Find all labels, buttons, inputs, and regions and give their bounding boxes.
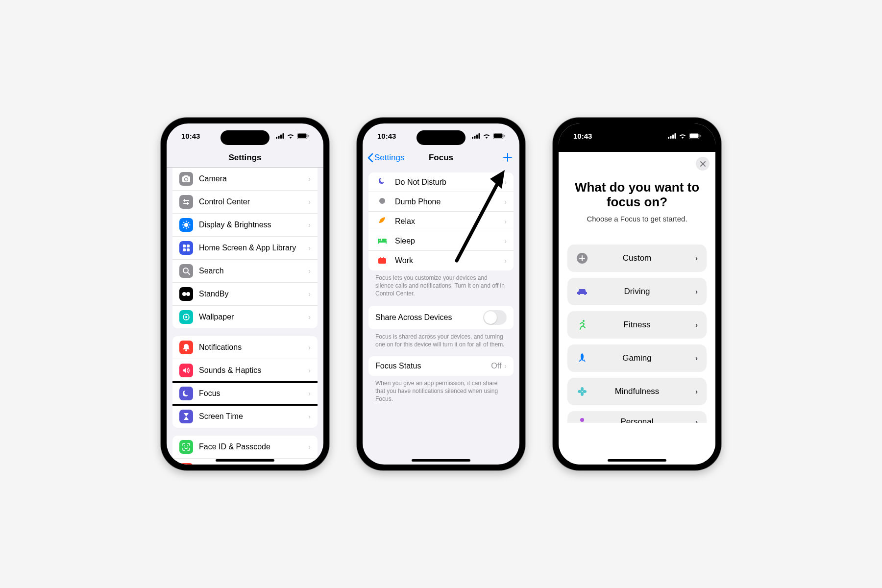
row-label: Focus: [199, 389, 308, 398]
settings-row-focus[interactable]: Focus›: [172, 382, 318, 405]
focus-mode-work[interactable]: Work›: [368, 251, 514, 270]
settings-row-standby[interactable]: StandBy›: [172, 283, 318, 306]
chevron-right-icon: ›: [308, 244, 311, 252]
leaf-icon: [375, 216, 389, 226]
chevron-right-icon: ›: [504, 218, 507, 225]
bed-icon: [375, 236, 389, 246]
dynamic-island: [416, 130, 466, 145]
focus-mode-dumb-phone[interactable]: Dumb Phone›: [368, 192, 514, 212]
chevron-right-icon: ›: [308, 367, 311, 374]
focus-option-custom[interactable]: Custom›: [567, 245, 707, 272]
row-label: Share Across Devices: [375, 313, 483, 322]
row-label: Relax: [395, 217, 504, 226]
settings-row-home-screen-app-library[interactable]: Home Screen & App Library›: [172, 237, 318, 260]
close-button[interactable]: [696, 157, 710, 171]
status-indicators: [668, 133, 701, 139]
row-label: Do Not Disturb: [395, 178, 504, 187]
row-label: Display & Brightness: [199, 220, 308, 229]
camera-icon: [179, 172, 193, 186]
focus-mode-sleep[interactable]: Sleep›: [368, 231, 514, 251]
svg-rect-41: [386, 241, 387, 244]
svg-point-21: [186, 319, 187, 320]
row-label: Sleep: [395, 237, 504, 245]
option-label: Gaming: [576, 353, 698, 363]
focus-mode-do-not-disturb[interactable]: Do Not Disturb›: [368, 172, 514, 192]
svg-rect-36: [494, 134, 503, 138]
settings-row-notifications[interactable]: Notifications›: [172, 336, 318, 359]
chevron-right-icon: ›: [695, 287, 698, 295]
svg-rect-37: [504, 135, 505, 137]
row-value: Off: [491, 362, 501, 370]
focus-content[interactable]: Do Not Disturb›Dumb Phone›Relax›Sleep›Wo…: [363, 168, 519, 465]
page-title: Focus: [429, 153, 453, 163]
svg-rect-3: [283, 133, 284, 139]
chevron-right-icon: ›: [695, 354, 698, 362]
cellular-icon: [472, 133, 480, 139]
svg-point-38: [379, 198, 385, 204]
svg-point-23: [188, 317, 189, 318]
footer-text: Focus lets you customize your devices an…: [363, 270, 519, 298]
settings-row-display-brightness[interactable]: Display & Brightness›: [172, 214, 318, 237]
focus-option-driving[interactable]: Driving›: [567, 278, 707, 305]
cellular-icon: [668, 133, 676, 139]
moon-icon: [375, 177, 389, 187]
phone-new-focus: 10:43 What do you want to focus on? Choo…: [553, 118, 721, 470]
chevron-right-icon: ›: [308, 390, 311, 397]
focus-option-personal[interactable]: Personal›: [567, 411, 707, 423]
nav-bar: Settings: [167, 148, 323, 168]
option-label: Mindfulness: [576, 387, 698, 396]
focus-option-mindfulness[interactable]: Mindfulness›: [567, 378, 707, 405]
settings-row-camera[interactable]: Camera›: [172, 168, 318, 191]
chevron-right-icon: ›: [308, 198, 311, 206]
chevron-right-icon: ›: [504, 362, 507, 370]
back-button[interactable]: Settings: [368, 153, 404, 163]
home-indicator[interactable]: [608, 459, 666, 462]
control-icon: [179, 195, 193, 209]
focus-status-row[interactable]: Focus Status Off ›: [368, 356, 514, 376]
status-time: 10:43: [377, 132, 396, 140]
settings-row-sounds-haptics[interactable]: Sounds & Haptics›: [172, 359, 318, 382]
footer-text: Focus is shared across your devices, and…: [363, 329, 519, 348]
focus-option-gaming[interactable]: Gaming›: [567, 344, 707, 372]
cellular-icon: [276, 133, 284, 139]
status-indicators: [276, 133, 309, 139]
share-across-devices-row[interactable]: Share Across Devices: [368, 306, 514, 329]
home-indicator[interactable]: [216, 459, 274, 462]
svg-rect-51: [690, 134, 699, 138]
svg-rect-9: [184, 175, 188, 177]
chevron-right-icon: ›: [695, 320, 698, 329]
wallpaper-icon: [179, 310, 193, 324]
chevron-right-icon: ›: [308, 290, 311, 298]
option-label: Driving: [576, 287, 698, 296]
add-focus-button[interactable]: [503, 151, 513, 164]
row-label: Focus Status: [375, 362, 491, 370]
row-label: Screen Time: [199, 412, 308, 421]
option-label: Fitness: [576, 320, 698, 330]
wifi-icon: [483, 133, 490, 139]
focus-mode-relax[interactable]: Relax›: [368, 212, 514, 231]
share-toggle[interactable]: [483, 310, 507, 325]
settings-list[interactable]: Camera›Control Center›Display & Brightne…: [167, 168, 323, 465]
chevron-right-icon: ›: [308, 413, 311, 420]
svg-point-20: [186, 314, 187, 315]
svg-rect-2: [280, 134, 282, 139]
settings-row-screen-time[interactable]: Screen Time›: [172, 405, 318, 428]
row-label: StandBy: [199, 290, 308, 298]
settings-row-control-center[interactable]: Control Center›: [172, 191, 318, 214]
svg-rect-48: [672, 134, 674, 139]
row-label: Notifications: [199, 343, 308, 352]
chevron-right-icon: ›: [695, 254, 698, 262]
settings-row-wallpaper[interactable]: Wallpaper›: [172, 306, 318, 328]
focus-options-list[interactable]: Custom›Driving›Fitness›Gaming›Mindfulnes…: [567, 245, 707, 423]
focus-option-fitness[interactable]: Fitness›: [567, 311, 707, 339]
hourglass-icon: [179, 410, 193, 423]
svg-rect-12: [187, 245, 190, 247]
sheet-heading: What do you want to focus on?: [567, 180, 707, 210]
svg-rect-45: [381, 257, 384, 259]
chevron-right-icon: ›: [308, 221, 311, 229]
dot-icon: [375, 196, 389, 207]
settings-row-search[interactable]: Search›: [172, 260, 318, 283]
home-indicator[interactable]: [412, 459, 470, 462]
settings-row-face-id-passcode[interactable]: Face ID & Passcode›: [172, 436, 318, 459]
bell-icon: [179, 341, 193, 354]
